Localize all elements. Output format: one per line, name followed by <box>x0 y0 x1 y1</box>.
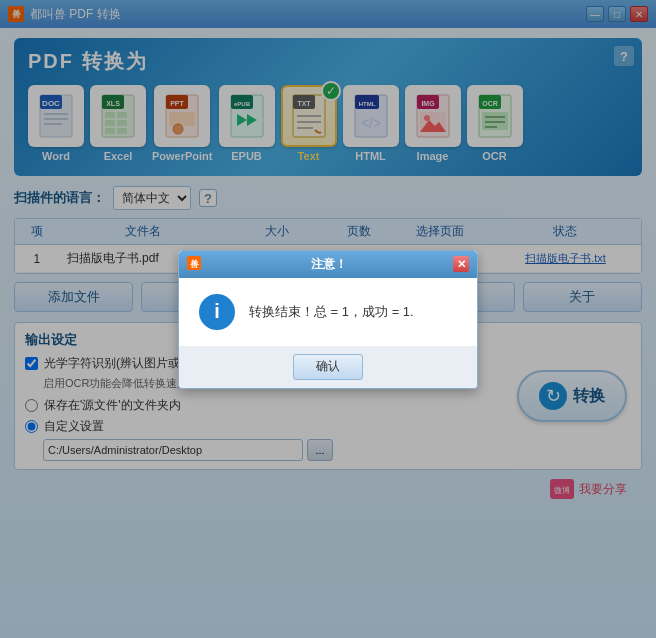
dialog-title: 注意！ <box>311 256 347 273</box>
dialog-overlay: 兽 注意！ ✕ i 转换结束！总 = 1，成功 = 1. 确认 <box>0 0 656 638</box>
svg-text:兽: 兽 <box>190 259 200 269</box>
dialog-info-icon: i <box>199 294 235 330</box>
dialog-footer: 确认 <box>179 346 477 388</box>
dialog-title-bar: 兽 注意！ ✕ <box>179 251 477 278</box>
dialog-body: i 转换结束！总 = 1，成功 = 1. <box>179 278 477 346</box>
dialog-close-button[interactable]: ✕ <box>453 256 469 272</box>
dialog-message: 转换结束！总 = 1，成功 = 1. <box>249 303 414 321</box>
dialog: 兽 注意！ ✕ i 转换结束！总 = 1，成功 = 1. 确认 <box>178 250 478 389</box>
confirm-button[interactable]: 确认 <box>293 354 363 380</box>
dialog-title-icon: 兽 <box>187 256 201 273</box>
